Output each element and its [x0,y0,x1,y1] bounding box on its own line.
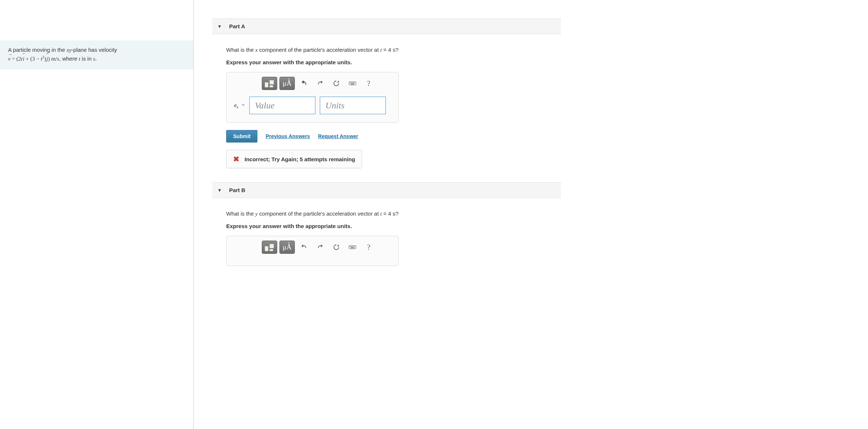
reset-button[interactable] [329,241,343,253]
request-answer-link[interactable]: Request Answer [318,133,358,139]
unit-m: m [51,56,55,62]
part-b-header[interactable]: ▼ Part B [212,182,561,198]
svg-rect-0 [349,82,356,85]
toolbar-help-button[interactable]: ? [362,241,376,253]
previous-answers-link[interactable]: Previous Answers [265,133,310,139]
part-a-hint: Express your answer with the appropriate… [226,59,561,65]
problem-statement: A particle moving in the xy-plane has ve… [0,40,193,69]
t-var-1: t [21,56,22,62]
part-b-question: What is the y component of the particle'… [226,210,561,217]
chevron-down-icon: ▼ [217,24,222,29]
qB-eq: = 4 s? [382,210,398,217]
reset-icon [333,244,340,251]
prompt-period: . [95,55,97,62]
keyboard-button[interactable] [346,241,359,253]
i-hat: i [23,55,24,63]
prompt-text-1: A particle moving in the [8,47,66,53]
part-a-answer-panel: μÅ ? [226,72,399,123]
qA-mid: component of the particle's acceleration… [258,47,380,53]
units-input[interactable]: Units [320,97,386,114]
prompt-tail2: is in [80,55,93,62]
part-a-lhs: ax = [234,102,245,109]
mu-a-label-b: μÅ [283,243,292,251]
value-placeholder: Value [255,101,274,111]
part-b-hint: Express your answer with the appropriate… [226,223,561,229]
keyboard-button[interactable] [346,77,359,90]
toolbar-help-button[interactable]: ? [362,77,376,90]
j-hat: j [46,55,48,63]
undo-icon [300,244,308,251]
feedback-text: Incorrect; Try Again; 5 attempts remaini… [245,156,355,162]
qB-pre: What is the [226,210,255,217]
svg-rect-10 [352,246,353,247]
keyboard-icon [349,244,356,251]
svg-rect-9 [351,246,352,247]
part-b: ▼ Part B What is the y component of the … [212,182,561,270]
redo-button[interactable] [313,77,327,90]
reset-button[interactable] [329,77,343,90]
value-input[interactable]: Value [249,97,315,114]
undo-icon [300,80,308,87]
undo-button[interactable] [297,77,311,90]
redo-button[interactable] [313,241,327,253]
qB-mid: component of the particle's acceleration… [258,210,380,217]
v-vector: v [8,55,11,63]
part-b-toolbar: μÅ ? [227,236,398,257]
qA-eq: = 4 s? [382,47,398,53]
svg-rect-8 [350,246,351,247]
part-a-title: Part A [229,23,245,29]
lhs-sub: x [237,105,239,109]
svg-rect-4 [353,83,354,83]
part-a-toolbar: μÅ ? [227,72,398,94]
lhs-eq: = [240,102,245,108]
prompt-close: ) [44,56,46,62]
mu-a-label: μÅ [283,79,292,87]
svg-rect-1 [350,83,351,83]
qA-component: x [255,47,258,53]
xy-var: xy [66,47,71,53]
part-a-actions: Submit Previous Answers Request Answer [226,130,561,143]
prompt-plus: + (3 − [24,56,40,62]
part-b-title: Part B [229,187,245,193]
reset-icon [333,80,340,87]
incorrect-icon: ✖ [233,155,239,163]
qA-pre: What is the [226,47,255,53]
part-a-question: What is the x component of the particle'… [226,47,561,53]
svg-rect-7 [349,246,356,249]
svg-rect-13 [351,248,354,248]
qB-component: y [255,211,258,217]
part-a-feedback: ✖ Incorrect; Try Again; 5 attempts remai… [226,150,362,168]
part-b-answer-panel: μÅ ? [226,236,399,266]
submit-button[interactable]: Submit [226,130,257,143]
undo-button[interactable] [297,241,311,253]
part-a: ▼ Part A What is the x component of the … [212,18,561,172]
redo-icon [317,80,324,87]
redo-icon [317,244,324,251]
svg-rect-11 [353,246,354,247]
svg-rect-5 [354,83,355,83]
units-placeholder: Units [325,101,344,111]
special-chars-button[interactable]: μÅ [279,77,295,90]
chevron-down-icon: ▼ [217,188,222,193]
prompt-tail: , where [59,55,79,62]
special-chars-button[interactable]: μÅ [279,241,295,254]
templates-button[interactable] [262,241,277,254]
svg-rect-2 [351,83,352,83]
keyboard-icon [349,80,356,87]
svg-rect-6 [351,84,354,84]
lhs-a: a [234,102,237,108]
templates-button[interactable] [262,77,277,90]
svg-rect-12 [354,246,355,247]
prompt-text-2: -plane has velocity [72,47,117,53]
svg-rect-3 [352,83,353,83]
part-a-header[interactable]: ▼ Part A [212,18,561,34]
